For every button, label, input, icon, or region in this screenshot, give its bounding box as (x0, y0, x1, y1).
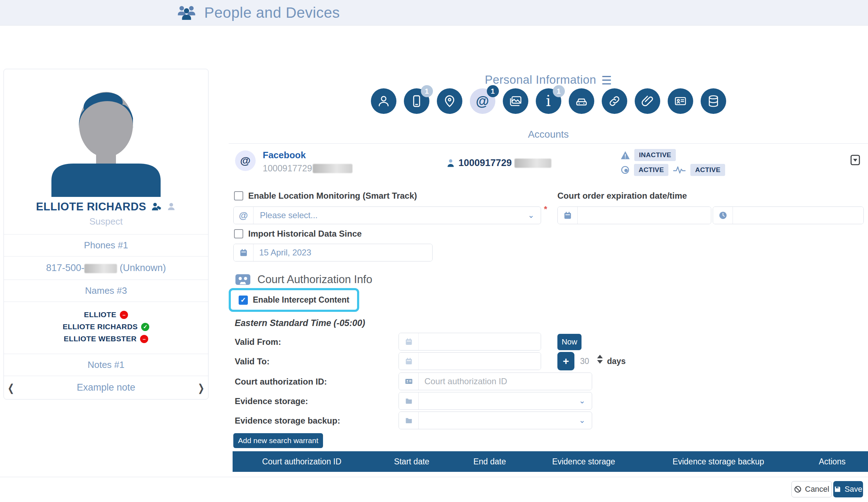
import-historical-row: Import Historical Data Since (234, 229, 362, 239)
redacted-user-id (514, 159, 551, 168)
warning-icon (621, 151, 630, 160)
name-item[interactable]: ELLIOTE WEBSTER – (4, 335, 208, 343)
calendar-icon[interactable] (234, 244, 254, 261)
add-days-button[interactable]: + (557, 352, 574, 370)
note-text: Example note (77, 382, 135, 393)
user-icon (446, 158, 456, 169)
tab-database[interactable] (701, 88, 726, 114)
tab-badge: 1 (553, 85, 565, 97)
avatar-silhouette (42, 72, 170, 197)
required-asterisk: * (544, 204, 547, 214)
import-date-input[interactable] (254, 244, 432, 261)
calendar-icon[interactable] (399, 333, 419, 350)
stepper-up-icon[interactable] (597, 355, 603, 358)
at-prefix-icon: @ (234, 207, 254, 224)
profile-card: ELLIOTE RICHARDS Suspect Phones #1 817-5… (4, 69, 208, 399)
intercept-highlight-box: ✓ Enable Intercept Content (229, 288, 359, 312)
name-item[interactable]: ELLIOTE – (4, 310, 208, 319)
court-auth-id-group (399, 373, 592, 390)
col-court-auth-id: Court authorization ID (233, 457, 371, 467)
tab-badge: 1 (487, 85, 499, 97)
court-auth-id-input[interactable] (419, 373, 592, 390)
stepper-down-icon[interactable] (597, 360, 603, 364)
link-icon (607, 94, 622, 108)
valid-from-input[interactable] (419, 333, 541, 350)
phone-entry[interactable]: 817-500- (Unknown) (4, 256, 208, 280)
calendar-icon[interactable] (399, 353, 419, 370)
personal-info-tabs: 1 @ 1 i 1 (229, 88, 868, 114)
rejected-icon: – (140, 335, 148, 343)
hamburger-menu-icon[interactable]: ☰ (601, 73, 612, 87)
tab-person[interactable] (371, 88, 396, 114)
prev-note-icon[interactable]: ❬ (7, 382, 15, 393)
evidence-storage-label: Evidence storage: (235, 396, 308, 406)
collapse-account-icon[interactable] (850, 154, 861, 167)
approved-icon: ✓ (141, 323, 149, 331)
col-evidence-storage: Evidence storage (527, 457, 640, 467)
court-order-label: Court order expiration date/time (557, 191, 687, 201)
days-stepper[interactable] (597, 355, 603, 364)
user-icon[interactable] (166, 202, 176, 212)
name-item[interactable]: ELLIOTE RICHARDS ✓ (4, 322, 208, 331)
now-button[interactable]: Now (557, 334, 582, 350)
location-monitoring-row: Enable Location Monitoring (Smart Track) (234, 191, 417, 201)
app-brand: People and Devices (177, 0, 340, 26)
status-badge: ACTIVE (634, 164, 668, 176)
days-value[interactable]: 30 (580, 357, 589, 366)
evidence-storage-select[interactable]: ⌄ (419, 392, 592, 409)
court-order-date-input[interactable] (578, 207, 711, 224)
person-role: Suspect (4, 216, 208, 227)
car-icon (574, 94, 589, 108)
cancel-button[interactable]: Cancel (791, 481, 832, 497)
avatar (4, 69, 208, 197)
add-warrant-button[interactable]: Add new search warrant (233, 433, 323, 448)
footer-divider (0, 477, 868, 477)
evidence-storage-group: ⌄ (399, 392, 592, 410)
people-and-devices-app: People and Devices ELLIOTE RICHARDS Susp… (0, 0, 868, 502)
divider (229, 143, 868, 144)
redacted-id (313, 164, 352, 173)
status-badge: INACTIVE (634, 149, 676, 161)
pulse-icon (673, 165, 686, 175)
tab-attachments[interactable] (635, 88, 660, 114)
evidence-backup-label: Evidence storage backup: (235, 416, 340, 426)
chevron-down-icon: ⌄ (579, 396, 585, 406)
valid-from-label: Valid From: (235, 337, 281, 347)
paperclip-icon (640, 94, 655, 108)
tab-accounts[interactable]: @ 1 (470, 88, 495, 114)
calendar-icon[interactable] (558, 207, 578, 224)
evidence-backup-group: ⌄ (399, 412, 592, 429)
valid-to-label: Valid To: (235, 357, 269, 366)
status-badge: ACTIVE (690, 164, 725, 176)
valid-from-group (399, 333, 541, 351)
next-note-icon[interactable]: ❭ (197, 382, 205, 393)
location-monitoring-checkbox[interactable] (234, 191, 243, 200)
intercept-label: Enable Intercept Content (253, 295, 349, 305)
valid-to-input[interactable] (419, 353, 541, 370)
tab-vehicle[interactable] (569, 88, 594, 114)
tab-id-card[interactable] (668, 88, 693, 114)
import-historical-checkbox[interactable] (234, 229, 243, 238)
evidence-backup-select[interactable]: ⌄ (419, 412, 592, 429)
note-carousel: ❬ Example note ❭ (4, 376, 208, 399)
days-label: days (607, 357, 625, 366)
mobile-icon (410, 94, 424, 108)
monitor-icon (621, 165, 630, 175)
clock-icon[interactable] (713, 207, 733, 224)
intercept-checkbox[interactable]: ✓ (239, 296, 248, 305)
save-button[interactable]: Save (833, 481, 863, 497)
info-icon: i (546, 94, 551, 109)
court-order-time-input[interactable] (733, 207, 863, 224)
account-select[interactable]: Please select... ⌄ (254, 207, 541, 224)
account-provider[interactable]: Facebook (263, 150, 306, 161)
tab-links[interactable] (602, 88, 627, 114)
tab-mobile[interactable]: 1 (404, 88, 429, 114)
personal-info-title: Personal Information☰ (229, 73, 868, 87)
tab-info[interactable]: i 1 (536, 88, 561, 114)
user-tag-icon[interactable] (151, 202, 162, 212)
database-icon (706, 94, 720, 108)
tab-location[interactable] (437, 88, 462, 114)
location-monitoring-label: Enable Location Monitoring (Smart Track) (248, 191, 417, 201)
warrants-table-header: Court authorization ID Start date End da… (233, 451, 868, 472)
tab-media[interactable] (503, 88, 528, 114)
